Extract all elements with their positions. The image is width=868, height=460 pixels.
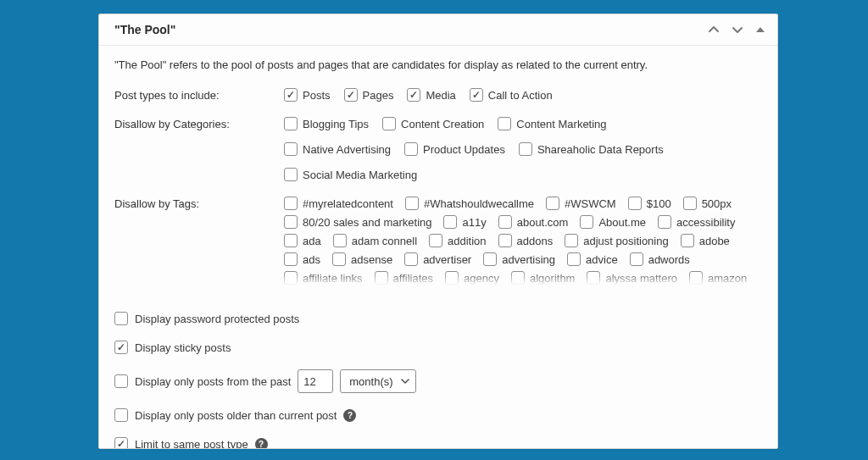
tag-item[interactable]: alyssa mattero bbox=[587, 271, 677, 285]
checkbox-label: adsense bbox=[351, 254, 392, 265]
checkbox[interactable] bbox=[375, 271, 388, 285]
tag-item[interactable]: 80/20 sales and marketing bbox=[284, 215, 431, 229]
checkbox[interactable] bbox=[498, 234, 512, 247]
tag-item[interactable]: adobe bbox=[681, 234, 730, 247]
checkbox[interactable] bbox=[284, 88, 298, 102]
tag-item[interactable]: #WSWCM bbox=[546, 197, 616, 210]
checkbox[interactable] bbox=[565, 234, 578, 247]
tag-item[interactable]: accessibility bbox=[658, 215, 735, 229]
tag-item[interactable]: #Whatshouldwecallme bbox=[405, 197, 534, 210]
tag-item[interactable]: #myrelatedcontent bbox=[284, 197, 393, 210]
checkbox-label: $100 bbox=[647, 198, 671, 209]
category-item[interactable]: Content Marketing bbox=[498, 117, 606, 130]
checkbox[interactable] bbox=[483, 252, 497, 266]
checkbox[interactable] bbox=[567, 252, 581, 266]
checkbox-label: 500px bbox=[702, 198, 732, 209]
move-down-icon[interactable] bbox=[732, 24, 743, 36]
category-item[interactable]: Content Creation bbox=[382, 117, 484, 130]
post-type-item[interactable]: Media bbox=[407, 88, 455, 102]
checkbox[interactable] bbox=[546, 197, 559, 210]
tag-item[interactable]: About.me bbox=[580, 215, 646, 229]
tag-item[interactable]: a11y bbox=[443, 215, 486, 229]
checkbox[interactable] bbox=[333, 234, 347, 247]
category-item[interactable]: Native Advertising bbox=[284, 142, 391, 156]
collapse-icon[interactable] bbox=[755, 25, 765, 35]
checkbox[interactable] bbox=[404, 142, 418, 156]
tag-item[interactable]: adwords bbox=[630, 252, 690, 266]
help-icon[interactable]: ? bbox=[343, 409, 356, 422]
checkbox[interactable] bbox=[630, 252, 643, 266]
opt-limit-same-type[interactable]: Limit to same post type ? bbox=[114, 430, 762, 449]
checkbox[interactable] bbox=[443, 215, 457, 229]
opt-password-protected[interactable]: Display password protected posts bbox=[114, 304, 762, 333]
help-icon[interactable]: ? bbox=[255, 438, 268, 449]
tag-item[interactable]: affiliates bbox=[375, 271, 433, 285]
checkbox[interactable] bbox=[404, 252, 418, 266]
checkbox[interactable] bbox=[405, 197, 419, 210]
checkbox[interactable] bbox=[519, 142, 532, 156]
checkbox[interactable] bbox=[284, 252, 298, 266]
post-type-item[interactable]: Call to Action bbox=[470, 88, 553, 102]
checkbox-label: adam connell bbox=[352, 236, 417, 247]
checkbox[interactable] bbox=[382, 117, 396, 130]
row-label: Disallow by Tags: bbox=[114, 197, 284, 210]
checkbox-label: amazon bbox=[708, 273, 747, 284]
tag-item[interactable]: addition bbox=[429, 234, 487, 247]
tag-item[interactable]: 500px bbox=[683, 197, 732, 210]
tag-item[interactable]: advertiser bbox=[404, 252, 471, 266]
checkbox[interactable] bbox=[114, 341, 128, 354]
tag-item[interactable]: adsense bbox=[332, 252, 392, 266]
tag-item[interactable]: affiliate links bbox=[284, 271, 363, 285]
move-up-icon[interactable] bbox=[708, 24, 720, 36]
checkbox[interactable] bbox=[407, 88, 420, 102]
checkbox[interactable] bbox=[587, 271, 600, 285]
tag-item[interactable]: ada bbox=[284, 234, 321, 247]
opt-older-than-current[interactable]: Display only posts older than current po… bbox=[114, 401, 762, 430]
checkbox[interactable] bbox=[114, 374, 128, 388]
checkbox[interactable] bbox=[284, 234, 298, 247]
checkbox[interactable] bbox=[284, 271, 298, 285]
checkbox[interactable] bbox=[284, 168, 298, 181]
tag-item[interactable]: advice bbox=[567, 252, 618, 266]
checkbox[interactable] bbox=[284, 142, 298, 156]
checkbox[interactable] bbox=[689, 271, 703, 285]
tag-item[interactable]: advertising bbox=[483, 252, 555, 266]
checkbox[interactable] bbox=[114, 408, 128, 422]
category-item[interactable]: Blogging Tips bbox=[284, 117, 369, 130]
tag-item[interactable]: adam connell bbox=[333, 234, 417, 247]
post-type-item[interactable]: Posts bbox=[284, 88, 331, 102]
checkbox[interactable] bbox=[284, 117, 298, 130]
post-type-item[interactable]: Pages bbox=[344, 88, 394, 102]
tag-item[interactable]: ads bbox=[284, 252, 320, 266]
tag-item[interactable]: algorithm bbox=[511, 271, 575, 285]
tag-item[interactable]: amazon bbox=[689, 271, 747, 285]
checkbox[interactable] bbox=[344, 88, 358, 102]
past-number-input[interactable] bbox=[298, 369, 333, 393]
tag-item[interactable]: $100 bbox=[628, 197, 671, 210]
tag-item[interactable]: addons bbox=[498, 234, 554, 247]
checkbox[interactable] bbox=[114, 312, 128, 325]
checkbox[interactable] bbox=[284, 215, 298, 229]
checkbox[interactable] bbox=[429, 234, 442, 247]
past-unit-select[interactable]: month(s) bbox=[340, 369, 415, 393]
checkbox[interactable] bbox=[498, 117, 511, 130]
category-item[interactable]: Social Media Marketing bbox=[284, 168, 417, 181]
checkbox[interactable] bbox=[114, 437, 128, 449]
checkbox[interactable] bbox=[511, 271, 525, 285]
checkbox[interactable] bbox=[681, 234, 694, 247]
tag-item[interactable]: adjust positioning bbox=[565, 234, 668, 247]
checkbox[interactable] bbox=[658, 215, 671, 229]
checkbox[interactable] bbox=[445, 271, 459, 285]
category-item[interactable]: Shareaholic Data Reports bbox=[519, 142, 664, 156]
category-item[interactable]: Product Updates bbox=[404, 142, 505, 156]
checkbox[interactable] bbox=[683, 197, 697, 210]
tag-item[interactable]: about.com bbox=[498, 215, 569, 229]
checkbox[interactable] bbox=[498, 215, 512, 229]
checkbox[interactable] bbox=[628, 197, 642, 210]
opt-sticky-posts[interactable]: Display sticky posts bbox=[114, 333, 762, 362]
checkbox[interactable] bbox=[284, 197, 298, 210]
checkbox[interactable] bbox=[332, 252, 346, 266]
tag-item[interactable]: agency bbox=[445, 271, 499, 285]
checkbox[interactable] bbox=[470, 88, 483, 102]
checkbox[interactable] bbox=[580, 215, 593, 229]
